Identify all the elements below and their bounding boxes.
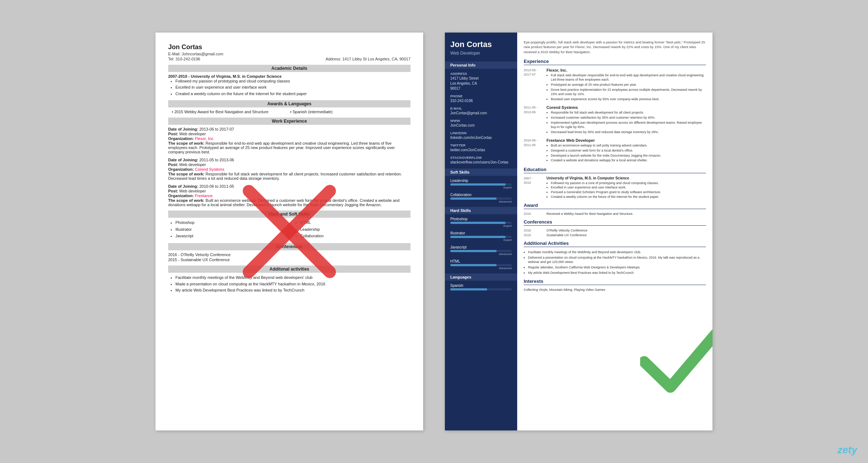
language-item: • Spanish (intermediate) bbox=[290, 110, 333, 114]
left-contact-row: Tel: 310-242-0196 Address: 1417 Libby St… bbox=[168, 57, 410, 61]
conf-right-1: 2016 O'Reilly Velocity Conference bbox=[524, 229, 706, 232]
exp-2-bullets: Responsible for full stack web developme… bbox=[551, 110, 706, 134]
exp-1-bullets: Full stack web developer responsible for… bbox=[551, 73, 706, 102]
conf-year-1: 2016 bbox=[524, 229, 544, 232]
job-2: Date of Joining: 2011-05 to 2013-06 Post… bbox=[168, 158, 410, 180]
exp-1-date: 2013-06 -2017-07 bbox=[524, 68, 544, 102]
edu-1-title: University of Virginia, M.S. in Computer… bbox=[546, 176, 661, 180]
award-year: 2015 bbox=[524, 212, 544, 216]
activities-list-right: Facilitate monthly meetings of the Webfi… bbox=[528, 250, 706, 275]
skill-photoshop-badge: Expert bbox=[450, 224, 512, 228]
skill-5: Leadership bbox=[300, 227, 410, 232]
exp-3-b1: Built an ecommerce webapp to sell potty … bbox=[551, 143, 661, 148]
skill-4: HTML bbox=[300, 220, 410, 225]
exp-1: 2013-06 -2017-07 Flexor, Inc. Full stack… bbox=[524, 68, 706, 102]
skill-collaboration-track bbox=[450, 197, 512, 200]
hard-skills-title: Hard Skills bbox=[445, 207, 517, 214]
edu-1-bullets: Followed my passion in a core of prototy… bbox=[551, 181, 661, 199]
award-item: • 2015 Webby Award for Best Navigation a… bbox=[172, 110, 268, 114]
academic-bullet-3: Created a weekly column on the future of… bbox=[175, 91, 410, 97]
exp-2-b1: Responsible for full stack web developme… bbox=[551, 110, 706, 115]
skill-photoshop: Photoshop Expert bbox=[450, 217, 512, 228]
left-name: Jon Cortas bbox=[168, 43, 410, 51]
exp-3-b4: Created a website and donations webapp f… bbox=[551, 158, 661, 163]
email-label: E-Mail: bbox=[168, 52, 180, 56]
personal-info-title: Personal Info bbox=[445, 61, 517, 69]
skill-html: HTML Advanced bbox=[450, 259, 512, 270]
skills-section-header: Hard and Soft Skills bbox=[168, 211, 410, 218]
skill-2: Illustrator bbox=[175, 227, 286, 232]
conf-2: 2015 - Sustainable UX Conference bbox=[168, 258, 410, 262]
job-1: Date of Joining: 2013-06 to 2017-07 Post… bbox=[168, 127, 410, 154]
exp-1-company: Flexor, Inc. bbox=[546, 68, 706, 72]
exp-3-date: 2010-06 -2011-05 bbox=[524, 138, 544, 163]
skill-collaboration-fill bbox=[450, 197, 497, 200]
skill-javascript-badge: Advanced bbox=[450, 252, 512, 256]
skill-javascript-label: Javascript bbox=[450, 245, 512, 249]
phone-value-s: 310-242-0196 bbox=[450, 98, 512, 103]
languages-title: Languages bbox=[445, 273, 517, 281]
skill-collaboration-label: Collaboration bbox=[450, 193, 512, 197]
stackoverflow-value-s: stackoverflow.com/users/Jon-Cortas bbox=[450, 160, 512, 165]
skill-leadership-badge: Expert bbox=[450, 186, 512, 189]
skill-photoshop-label: Photoshop bbox=[450, 217, 512, 221]
linkedin-value-s: linkedin.com/in/JonCortas bbox=[450, 135, 512, 140]
award-text: Received a Webby Award for Best Navigati… bbox=[546, 212, 633, 216]
skill-illustrator-label: Illustrator bbox=[450, 231, 512, 235]
conf-year-2: 2015 bbox=[524, 233, 544, 237]
interests-text: Collecting Vinyls, Mountain biking, Play… bbox=[524, 288, 706, 292]
conferences-title: Conferences bbox=[524, 219, 706, 226]
skill-3: Javascript bbox=[175, 233, 286, 239]
email-label-s: E-mail bbox=[450, 106, 512, 110]
tel-value: 310-242-0196 bbox=[175, 57, 200, 61]
zety-watermark: zety bbox=[838, 444, 857, 456]
work-section-header: Work Experience bbox=[168, 118, 410, 125]
edu-1-b4: Created a weekly column on the future of… bbox=[551, 195, 661, 199]
exp-3-b2: Designed a customer web form for a local… bbox=[551, 148, 661, 153]
skills-list: Photoshop HTML Illustrator Leadership Ja… bbox=[175, 220, 410, 239]
exp-1-b4: Boosted user experience scores by 55% ov… bbox=[551, 97, 706, 102]
exp-1-b1: Full stack web developer responsible for… bbox=[551, 73, 706, 82]
skill-6: Collaboration bbox=[300, 233, 410, 239]
act-3: Regular attendee, Southern California We… bbox=[528, 265, 706, 270]
sidebar: Jon Cortas Web Developer Personal Info A… bbox=[445, 33, 517, 430]
skill-leadership-fill bbox=[450, 183, 506, 186]
academic-years: 2007-2010 - bbox=[168, 74, 190, 78]
edu-1-b2: Excelled in user experience and user int… bbox=[551, 185, 661, 190]
exp-2-b4: Decreased lead times by 30% and reduced … bbox=[551, 130, 706, 135]
linkedin-label-s: LinkedIn bbox=[450, 131, 512, 135]
act-1: Facilitate monthly meetings of the Webfi… bbox=[528, 250, 706, 255]
summary: Eye-poppingly prolific, full stack web d… bbox=[524, 40, 706, 54]
exp-3-company: Freelance Web Developer bbox=[546, 138, 661, 143]
page-container: Jon Cortas E-Mail: Johncortas@gmail.com … bbox=[0, 0, 868, 463]
skill-illustrator: Illustrator Expert bbox=[450, 231, 512, 242]
skill-leadership-track bbox=[450, 183, 512, 186]
exp-2-company: Corend Systems bbox=[546, 105, 706, 110]
activity-3: My article Web Development Best Practice… bbox=[175, 288, 410, 293]
exp-1-b2: Prototyped an average of 25 new product … bbox=[551, 82, 706, 87]
skill-javascript: Javascript Advanced bbox=[450, 245, 512, 256]
academic-entry: 2007-2010 - University of Virginia, M.S.… bbox=[168, 74, 410, 97]
right-resume: Jon Cortas Web Developer Personal Info A… bbox=[445, 33, 712, 430]
left-resume: Jon Cortas E-Mail: Johncortas@gmail.com … bbox=[156, 33, 423, 430]
address-label: Address: bbox=[326, 57, 341, 61]
lang-spanish-label: Spanish bbox=[450, 284, 512, 288]
conferences-section-header: Conferences bbox=[168, 243, 410, 250]
academic-degree: University of Virginia, M.S. in Computer… bbox=[191, 74, 282, 78]
edu-1-b1: Followed my passion in a core of prototy… bbox=[551, 181, 661, 186]
lang-spanish: Spanish bbox=[450, 284, 512, 290]
activities-list: Facilitate monthly meetings of the Webfi… bbox=[175, 275, 410, 293]
address-value: 1417 Libby St Los Angeles, CA, 90017 bbox=[342, 57, 410, 61]
award-entry: 2015 Received a Webby Award for Best Nav… bbox=[524, 212, 706, 216]
right-name: Jon Cortas bbox=[450, 40, 512, 49]
activity-1: Facilitate monthly meetings of the Webfi… bbox=[175, 275, 410, 280]
address-value-s: 1417 Libby StreetLos Angeles, CA90017 bbox=[450, 76, 512, 91]
skill-html-label: HTML bbox=[450, 259, 512, 263]
email-value: Johncortas@gmail.com bbox=[182, 52, 223, 56]
exp-3: 2010-06 -2011-05 Freelance Web Developer… bbox=[524, 138, 706, 163]
academic-bullet-1: Followed my passion of prototyping and c… bbox=[175, 78, 410, 84]
exp-2-date: 2011-05 -2013-06 bbox=[524, 105, 544, 135]
act-4: My article Web Development Best Practice… bbox=[528, 271, 706, 275]
edu-1: 2007 -2010 University of Virginia, M.S. … bbox=[524, 176, 706, 199]
job-3: Date of Joining: 2010-06 to 2011-05 Post… bbox=[168, 184, 410, 207]
